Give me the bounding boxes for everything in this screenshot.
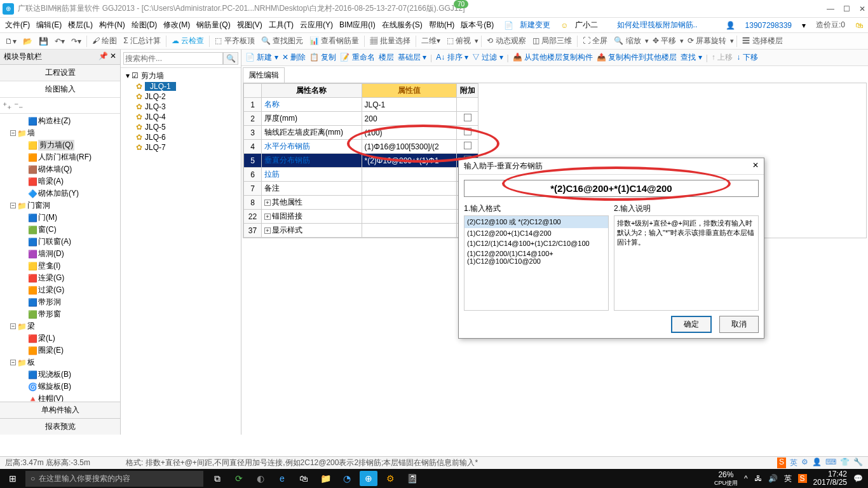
component-item[interactable]: ✿JLQ-7	[123, 142, 238, 152]
tb-find[interactable]: 查找 ▾	[681, 52, 702, 63]
tb-copy-from[interactable]: 📥 从其他楼层复制构件	[513, 52, 593, 63]
tb-rename[interactable]: 📝 重命名	[340, 52, 374, 63]
task-explorer[interactable]: 📁	[316, 471, 334, 486]
task-app5[interactable]: 📓	[403, 471, 421, 486]
component-item[interactable]: ✿JLQ-4	[123, 112, 238, 122]
tray-notif-icon[interactable]: 💬	[853, 474, 863, 483]
menu-modify[interactable]: 修改(M)	[161, 18, 193, 32]
minimize-button[interactable]: —	[827, 4, 834, 13]
dialog-close-icon[interactable]: ✕	[752, 161, 759, 172]
tb-delete[interactable]: ✕ 删除	[282, 52, 306, 63]
tree-item[interactable]: 🟩 带形窗	[1, 308, 119, 320]
tree-item[interactable]: 🟨 壁龛(I)	[1, 260, 119, 272]
ime-icon[interactable]: S	[777, 458, 786, 468]
start-button[interactable]: ⊞	[0, 473, 25, 484]
menu-edit[interactable]: 编辑(E)	[34, 18, 64, 32]
format-item[interactable]: (1)C12@200+(1)C14@200	[465, 228, 608, 238]
update-badge[interactable]: 70	[454, 0, 468, 8]
status-i4[interactable]: 👕	[840, 458, 850, 468]
ok-button[interactable]: 确定	[671, 316, 712, 333]
component-item[interactable]: ✿JLQ-3	[123, 102, 238, 112]
task-view-icon[interactable]: ⧉	[208, 471, 226, 486]
tray-clock[interactable]: 17:42 2017/8/25	[813, 470, 847, 487]
menu-ask[interactable]: 广小二	[573, 18, 600, 32]
nav-tab-draw[interactable]: 绘图输入	[0, 81, 120, 98]
search-button[interactable]: 🔍	[223, 52, 238, 65]
format-item[interactable]: (2)C12@100 或 *(2)C12@100	[465, 216, 608, 228]
batch-button[interactable]: ▦ 批量选择	[367, 34, 412, 48]
tray-net-icon[interactable]: 🖧	[754, 474, 762, 483]
prop-row[interactable]: 8+其他属性	[244, 196, 478, 210]
format-item[interactable]: (1)C12/(1)C14@100+(1)C12/C10@100	[465, 238, 608, 248]
component-item[interactable]: ✿JLQ-5	[123, 122, 238, 132]
task-app3[interactable]: ◔	[338, 471, 356, 486]
user-id[interactable]: 13907298339	[743, 20, 794, 31]
redo-button[interactable]: ↷▾	[69, 36, 84, 47]
tree-item[interactable]: 🟧 人防门框墙(RF)	[1, 151, 119, 163]
tree-item[interactable]: 🌀 螺旋板(B)	[1, 381, 119, 393]
search-input[interactable]	[123, 52, 223, 65]
fullscreen-button[interactable]: ⛶ 全屏	[580, 34, 610, 48]
format-item[interactable]: (1)C12@200/(1)C14@100+(1)C12@100/C10@200	[465, 248, 608, 266]
tree-root[interactable]: ▾ ☑ 剪力墙	[123, 71, 238, 81]
tree-item[interactable]: 🟩 窗(C)	[1, 224, 119, 236]
tree-item[interactable]: − 📁 板	[1, 356, 119, 369]
tree-item[interactable]: 🟧 过梁(G)	[1, 284, 119, 296]
tree-item[interactable]: 🟦 门(M)	[1, 212, 119, 224]
nav-tab-eng[interactable]: 工程设置	[0, 65, 120, 81]
user-dropdown-icon[interactable]: ▾	[799, 20, 808, 31]
task-edge[interactable]: e	[273, 471, 291, 486]
help-link[interactable]: 如何处理筏板附加钢筋..	[614, 18, 700, 32]
pan-button[interactable]: ✥ 平移	[650, 34, 679, 48]
component-item[interactable]: ✿JLQ-6	[123, 132, 238, 142]
task-store[interactable]: 🛍	[295, 471, 313, 486]
task-app4[interactable]: ⚙	[381, 471, 399, 486]
new-file-button[interactable]: 🗋▾	[3, 36, 19, 47]
menu-floor[interactable]: 楼层(L)	[65, 18, 95, 32]
menu-bim[interactable]: BIM应用(I)	[337, 18, 378, 32]
local3d-button[interactable]: ◫ 局部三维	[530, 34, 574, 48]
menu-online[interactable]: 在线服务(S)	[379, 18, 425, 32]
bird-button[interactable]: ⬚ 俯视	[444, 34, 473, 48]
sum-button[interactable]: Σ 汇总计算	[121, 34, 163, 48]
prop-row[interactable]: 37+显示样式	[244, 224, 478, 238]
prop-row[interactable]: 5垂直分布钢筋*(2)Φ16@200+*(1)Φ1	[244, 154, 478, 168]
cloud-check-button[interactable]: ☁ 云检查	[169, 34, 207, 48]
tb-floor-combo[interactable]: 基础层 ▾	[398, 52, 426, 63]
tree-item[interactable]: − 📁 门窗洞	[1, 200, 119, 212]
task-ggj[interactable]: ⊕	[360, 471, 377, 486]
tree-item[interactable]: 🟪 墙洞(D)	[1, 248, 119, 260]
tree-item[interactable]: 🟨 剪力墙(Q)	[1, 139, 119, 151]
find-button[interactable]: 🔍 查找图元	[259, 34, 306, 48]
menu-file[interactable]: 文件(F)	[3, 18, 32, 32]
task-app1[interactable]: ⟳	[230, 471, 248, 486]
tree-item[interactable]: 🟥 暗梁(A)	[1, 175, 119, 187]
level-button[interactable]: ⬚ 平齐板顶	[212, 34, 257, 48]
tree-item[interactable]: 🟦 带形洞	[1, 296, 119, 308]
prop-tab[interactable]: 属性编辑	[243, 67, 285, 83]
component-item[interactable]: ✿JLQ-1	[123, 81, 238, 92]
tree-item[interactable]: 🔺 柱帽(V)	[1, 393, 119, 402]
menu-new-change[interactable]: 新建变更	[517, 18, 553, 32]
open-button[interactable]: 📂	[20, 36, 35, 47]
maximize-button[interactable]: ☐	[843, 4, 850, 13]
prop-row[interactable]: 4水平分布钢筋(1)Φ16@100[5300]/(2	[244, 140, 478, 154]
status-i3[interactable]: ⌨	[825, 458, 836, 468]
taskbar-search[interactable]: ○ 在这里输入你要搜索的内容	[25, 471, 203, 487]
tb-up[interactable]: ↑ 上移	[712, 52, 733, 63]
format-list[interactable]: (2)C12@100 或 *(2)C12@100(1)C12@200+(1)C1…	[464, 215, 609, 311]
menu-help[interactable]: 帮助(H)	[426, 18, 458, 32]
tree-item[interactable]: 🟥 梁(L)	[1, 332, 119, 344]
tree-item[interactable]: 🟫 砌体墙(Q)	[1, 163, 119, 175]
prop-row[interactable]: 7备注	[244, 182, 478, 196]
prop-row[interactable]: 2厚度(mm)200	[244, 112, 478, 126]
tray-vol-icon[interactable]: 🔊	[768, 474, 778, 483]
menu-cloud[interactable]: 云应用(Y)	[297, 18, 336, 32]
menu-view[interactable]: 视图(V)	[234, 18, 265, 32]
tb-down[interactable]: ↓ 下移	[736, 52, 757, 63]
tb-copy[interactable]: 📋 复制	[309, 52, 336, 63]
tb-sort[interactable]: A↓ 排序 ▾	[436, 52, 468, 63]
tb-copy-to[interactable]: 📤 复制构件到其他楼层	[597, 52, 677, 63]
prop-row[interactable]: 22+锚固搭接	[244, 210, 478, 224]
coin-icon[interactable]: 🛍	[853, 20, 865, 31]
